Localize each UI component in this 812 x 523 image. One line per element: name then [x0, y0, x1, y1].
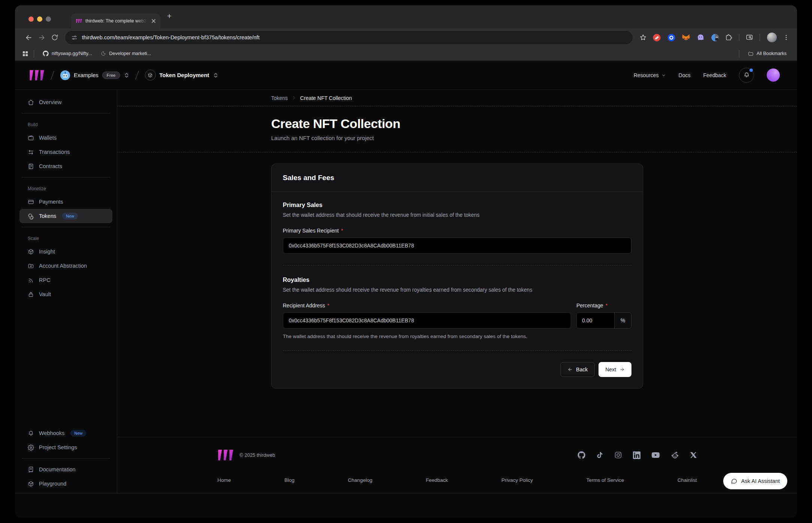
resources-label: Resources — [634, 72, 659, 78]
app-header-right: Resources Docs Feedback — [634, 68, 780, 83]
phantom-ghost-icon[interactable] — [696, 33, 705, 42]
apps-grid-icon[interactable] — [22, 51, 28, 57]
footer-link-privacy-policy[interactable]: Privacy Policy — [502, 477, 533, 483]
next-button[interactable]: Next — [599, 362, 631, 377]
notifications-button[interactable] — [739, 68, 754, 83]
royalty-percentage-group: % — [576, 312, 631, 329]
sidebar-divider — [22, 458, 110, 459]
app-footer: © 2025 thirdweb — [117, 437, 797, 493]
sidebar-item-project-settings[interactable]: Project Settings — [15, 440, 117, 454]
book-icon — [28, 466, 34, 473]
sidebar-item-transactions[interactable]: Transactions — [15, 145, 117, 159]
instagram-icon[interactable] — [614, 451, 622, 459]
sidebar-item-rpc[interactable]: RPC — [15, 273, 117, 287]
sidebar-item-overview[interactable]: Overview — [15, 95, 117, 109]
docs-link[interactable]: Docs — [679, 72, 691, 78]
user-avatar[interactable] — [767, 69, 780, 82]
minimize-window-button[interactable] — [37, 16, 42, 22]
bookmark-label: Developer marketi... — [109, 51, 151, 56]
sidebar-item-label: Webhooks — [39, 430, 64, 436]
resources-menu[interactable]: Resources — [634, 72, 666, 78]
extensions-puzzle-icon[interactable] — [724, 32, 734, 43]
folder-icon — [748, 51, 754, 57]
thirdweb-footer-logo[interactable] — [218, 450, 234, 460]
package-icon — [28, 249, 34, 255]
tab-search-icon[interactable] — [744, 32, 755, 43]
browser-profile-avatar[interactable] — [767, 33, 777, 42]
bookmark-star-icon[interactable] — [638, 32, 648, 43]
site-settings-icon[interactable] — [71, 34, 78, 41]
url-text: thirdweb.com/team/examples/Token-Deploym… — [82, 34, 260, 40]
contract-icon — [28, 163, 34, 170]
sidebar-item-webhooks[interactable]: Webhooks New — [15, 426, 117, 440]
forward-nav-icon[interactable] — [36, 32, 47, 43]
app-body: Overview Build Wallets Transactions Cont… — [15, 90, 797, 493]
royalty-percentage-input[interactable] — [577, 313, 614, 328]
field-label-text: Primary Sales Recipient — [283, 228, 339, 234]
close-window-button[interactable] — [28, 16, 34, 22]
primary-sales-recipient-input[interactable] — [283, 237, 631, 254]
new-tab-button[interactable]: + — [164, 11, 175, 23]
thirdweb-logo[interactable] — [29, 70, 45, 80]
github-icon[interactable] — [578, 451, 585, 459]
feedback-label: Feedback — [703, 72, 726, 78]
all-bookmarks-button[interactable]: All Bookmarks — [745, 49, 790, 58]
extension-red-icon[interactable] — [652, 33, 661, 42]
footer-link-blog[interactable]: Blog — [284, 477, 294, 483]
sidebar-item-tokens[interactable]: Tokens New — [19, 209, 112, 223]
zoom-window-button[interactable] — [46, 16, 51, 22]
privacy-lock-extension-icon[interactable] — [711, 33, 719, 42]
browser-tab[interactable]: thirdweb: The complete web3 — [71, 13, 160, 28]
reload-icon[interactable] — [49, 32, 60, 43]
tiktok-icon[interactable] — [596, 451, 603, 459]
footer-link-feedback[interactable]: Feedback — [426, 477, 448, 483]
bookmarks-divider — [739, 50, 739, 57]
tab-close-icon[interactable] — [151, 18, 157, 24]
sidebar-divider — [22, 113, 110, 113]
bookmark-developer-marketing[interactable]: Developer marketi... — [98, 49, 154, 58]
reddit-icon[interactable] — [671, 451, 679, 459]
sidebar-item-payments[interactable]: Payments — [15, 195, 117, 209]
bookmark-niftyswap[interactable]: niftyswap.gg/Nifty... — [40, 49, 95, 58]
sidebar-item-documentation[interactable]: Documentation — [15, 462, 117, 477]
content-area: Sales and Fees Primary Sales Set the wal… — [117, 152, 797, 437]
sidebar-item-insight[interactable]: Insight — [15, 244, 117, 259]
sidebar-item-vault[interactable]: Vault — [15, 287, 117, 301]
footer-link-chainlist[interactable]: Chainlist — [678, 477, 697, 483]
ask-ai-assistant-button[interactable]: Ask AI Assistant — [723, 473, 787, 489]
thirdweb-favicon-icon — [76, 19, 82, 23]
sidebar-item-label: Transactions — [39, 149, 70, 155]
sidebar-item-contracts[interactable]: Contracts — [15, 159, 117, 173]
footer-link-home[interactable]: Home — [218, 477, 231, 483]
back-nav-icon[interactable] — [23, 32, 34, 43]
url-bar[interactable]: thirdweb.com/team/examples/Token-Deploym… — [65, 31, 633, 44]
metamask-fox-icon[interactable] — [682, 33, 690, 42]
sidebar-item-account-abstraction[interactable]: Account Abstraction — [15, 259, 117, 273]
footer-link-changelog[interactable]: Changelog — [348, 477, 372, 483]
youtube-icon[interactable] — [651, 451, 660, 459]
sidebar-item-label: Playground — [39, 481, 66, 487]
extension-blue-icon[interactable] — [667, 33, 676, 42]
back-button[interactable]: Back — [560, 362, 595, 377]
sidebar-item-label: Project Settings — [39, 444, 77, 450]
feedback-link[interactable]: Feedback — [703, 72, 726, 78]
sidebar-item-wallets[interactable]: Wallets — [15, 131, 117, 145]
footer-link-terms-of-service[interactable]: Terms of Service — [586, 477, 624, 483]
sidebar-item-label: Contracts — [39, 163, 62, 169]
sidebar-item-playground[interactable]: Playground — [15, 477, 117, 491]
x-icon[interactable] — [690, 451, 697, 459]
project-switcher[interactable]: Token Deployment — [145, 70, 218, 80]
royalties-description: Set the wallet address should receive th… — [283, 287, 631, 293]
royalty-recipient-input[interactable] — [283, 312, 571, 329]
team-switcher[interactable]: Examples Free — [60, 70, 129, 80]
copyright-text: © 2025 thirdweb — [240, 452, 275, 458]
linkedin-icon[interactable] — [633, 451, 640, 459]
cube-icon — [28, 481, 34, 487]
next-button-label: Next — [605, 367, 616, 373]
lock-icon — [28, 291, 34, 298]
browser-menu-icon[interactable] — [781, 33, 791, 42]
breadcrumb-tokens-link[interactable]: Tokens — [271, 95, 288, 101]
chevron-updown-icon — [213, 72, 218, 78]
back-button-label: Back — [576, 367, 588, 373]
sidebar-item-label: Wallets — [39, 135, 57, 141]
